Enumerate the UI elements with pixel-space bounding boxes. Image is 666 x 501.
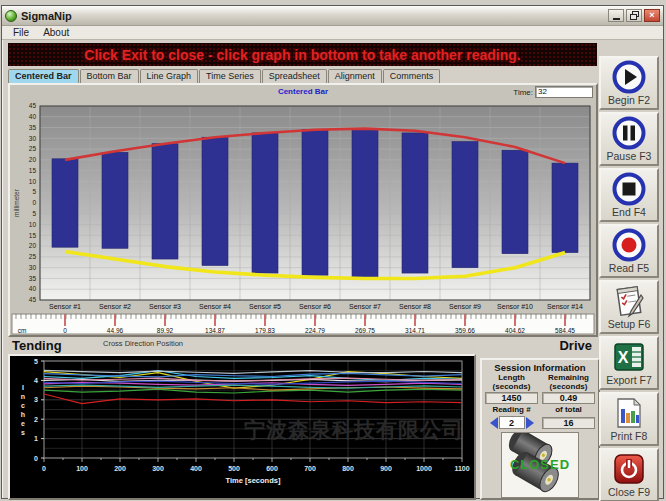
reading-spinner: 2 bbox=[485, 416, 538, 429]
svg-text:25: 25 bbox=[29, 253, 37, 260]
time-input[interactable]: 32 bbox=[535, 86, 593, 98]
total-value: 16 bbox=[542, 417, 595, 429]
svg-text:269.75: 269.75 bbox=[355, 327, 375, 334]
setup-button[interactable]: Setup F6 bbox=[599, 280, 659, 334]
svg-text:millimeter: millimeter bbox=[13, 188, 20, 217]
pause-button[interactable]: Pause F3 bbox=[599, 112, 659, 166]
svg-text:404.62: 404.62 bbox=[505, 327, 525, 334]
svg-text:e: e bbox=[21, 420, 25, 427]
svg-text:20: 20 bbox=[29, 242, 37, 249]
menu-file[interactable]: File bbox=[6, 27, 36, 38]
svg-text:5: 5 bbox=[34, 358, 38, 365]
function-button-column: Begin F2 Pause F3 End F4 Read F5 bbox=[599, 56, 661, 501]
remaining-label: Remaining (seconds) bbox=[542, 374, 595, 392]
svg-text:Sensor #1: Sensor #1 bbox=[49, 303, 81, 310]
svg-text:700: 700 bbox=[304, 465, 316, 472]
svg-text:500: 500 bbox=[228, 465, 240, 472]
svg-text:X: X bbox=[618, 349, 629, 366]
minimize-button[interactable] bbox=[608, 9, 624, 22]
stop-icon bbox=[611, 171, 647, 207]
reading-prev-icon[interactable] bbox=[490, 417, 498, 429]
svg-text:25: 25 bbox=[29, 145, 37, 152]
svg-text:45: 45 bbox=[29, 102, 37, 109]
svg-text:Sensor #9: Sensor #9 bbox=[449, 303, 481, 310]
close-app-button[interactable]: Close F9 bbox=[599, 448, 659, 501]
svg-text:Sensor #14: Sensor #14 bbox=[547, 303, 583, 310]
svg-text:cm: cm bbox=[18, 327, 27, 334]
svg-text:1: 1 bbox=[34, 435, 38, 442]
session-info-panel: Session Information Length (seconds) 145… bbox=[480, 358, 600, 500]
notepad-icon bbox=[611, 283, 647, 319]
svg-text:35: 35 bbox=[29, 275, 37, 282]
cross-direction-label: Cross Direction Position bbox=[103, 339, 183, 348]
tab-comments[interactable]: Comments bbox=[383, 69, 441, 83]
svg-text:0: 0 bbox=[32, 199, 36, 206]
svg-text:40: 40 bbox=[29, 113, 37, 120]
svg-text:30: 30 bbox=[29, 135, 37, 142]
tab-spreadsheet[interactable]: Spreadsheet bbox=[262, 69, 327, 83]
title-bar: SigmaNip × bbox=[2, 6, 663, 26]
begin-button[interactable]: Begin F2 bbox=[599, 56, 659, 110]
svg-text:400: 400 bbox=[190, 465, 202, 472]
svg-text:0: 0 bbox=[63, 327, 67, 334]
svg-text:5: 5 bbox=[32, 188, 36, 195]
tab-alignment[interactable]: Alignment bbox=[328, 69, 382, 83]
svg-text:45: 45 bbox=[29, 296, 37, 303]
session-title: Session Information bbox=[485, 362, 595, 373]
svg-text:2: 2 bbox=[34, 416, 38, 423]
menu-about[interactable]: About bbox=[36, 27, 76, 38]
svg-text:s: s bbox=[21, 429, 25, 436]
tab-bottom-bar[interactable]: Bottom Bar bbox=[80, 69, 139, 83]
power-icon bbox=[611, 451, 647, 487]
svg-text:300: 300 bbox=[152, 465, 164, 472]
message-banner: Click Exit to close - click graph in bot… bbox=[8, 43, 597, 66]
restore-button[interactable] bbox=[626, 9, 642, 22]
svg-text:89.92: 89.92 bbox=[157, 327, 174, 334]
svg-text:Sensor #8: Sensor #8 bbox=[399, 303, 431, 310]
tab-line-graph[interactable]: Line Graph bbox=[140, 69, 199, 83]
read-button[interactable]: Read F5 bbox=[599, 224, 659, 278]
menu-bar: File About bbox=[2, 26, 663, 40]
banner-text: Click Exit to close - click graph in bot… bbox=[84, 47, 520, 63]
close-button[interactable]: × bbox=[644, 9, 660, 22]
chart-title: Centered Bar bbox=[10, 87, 596, 96]
play-icon bbox=[611, 59, 647, 95]
record-icon bbox=[611, 227, 647, 263]
end-button[interactable]: End F4 bbox=[599, 168, 659, 222]
svg-text:15: 15 bbox=[29, 232, 37, 239]
length-value: 1450 bbox=[485, 392, 538, 404]
svg-text:0: 0 bbox=[34, 455, 38, 462]
svg-text:200: 200 bbox=[114, 465, 126, 472]
nip-status: CLOSED bbox=[502, 457, 578, 472]
reading-label: Reading # bbox=[485, 406, 538, 416]
svg-text:c: c bbox=[21, 402, 25, 409]
pause-icon bbox=[611, 115, 647, 151]
tab-centered-bar[interactable]: Centered Bar bbox=[8, 69, 79, 83]
chart-page-icon bbox=[611, 395, 647, 431]
time-label: Time: bbox=[513, 88, 533, 97]
tab-strip: Centered Bar Bottom Bar Line Graph Time … bbox=[8, 68, 441, 83]
svg-text:10: 10 bbox=[29, 221, 37, 228]
svg-text:179.83: 179.83 bbox=[255, 327, 275, 334]
svg-text:600: 600 bbox=[266, 465, 278, 472]
svg-text:35: 35 bbox=[29, 124, 37, 131]
reading-next-icon[interactable] bbox=[526, 417, 534, 429]
svg-text:1100: 1100 bbox=[454, 465, 469, 472]
svg-text:900: 900 bbox=[380, 465, 392, 472]
tending-label: Tending bbox=[12, 338, 62, 353]
close-icon: × bbox=[649, 11, 654, 20]
export-button[interactable]: X Export F7 bbox=[599, 336, 659, 390]
svg-text:I: I bbox=[22, 384, 24, 391]
restore-icon bbox=[630, 11, 639, 20]
reading-value[interactable]: 2 bbox=[499, 416, 525, 429]
svg-text:3: 3 bbox=[34, 396, 38, 403]
svg-text:n: n bbox=[21, 393, 25, 400]
svg-text:Sensor #2: Sensor #2 bbox=[99, 303, 131, 310]
tab-time-series[interactable]: Time Series bbox=[199, 69, 261, 83]
centered-bar-chart: 45403530252015105051015202530354045milli… bbox=[10, 100, 596, 336]
window-title: SigmaNip bbox=[21, 10, 606, 22]
svg-text:15: 15 bbox=[29, 167, 37, 174]
print-button[interactable]: Print F8 bbox=[599, 392, 659, 446]
remaining-value: 0.49 bbox=[542, 392, 595, 404]
svg-text:Sensor #5: Sensor #5 bbox=[249, 303, 281, 310]
